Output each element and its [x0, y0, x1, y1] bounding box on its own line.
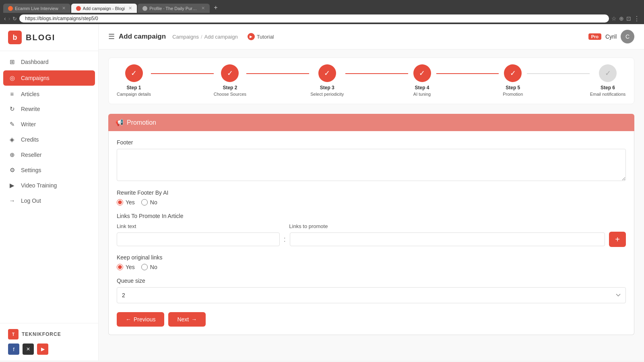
avatar[interactable]: C [621, 30, 634, 43]
footer-group: Footer [117, 139, 626, 182]
main-content: ☰ Add campaign Campaigns / Add campaign … [99, 24, 644, 360]
tab-active[interactable]: Add campaign - Blogi ✕ [71, 4, 137, 13]
links-row-headers: Link text Links to promote [117, 223, 626, 229]
rewrite-radio-group: Yes No [117, 199, 626, 206]
step-circle-3: ✓ [318, 64, 336, 82]
keep-yes-label[interactable]: Yes [117, 264, 135, 270]
colon-separator: : [284, 235, 286, 244]
keep-yes-text: Yes [126, 264, 135, 270]
step-label-3: Step 3Select periodicity [310, 84, 344, 97]
keep-radio-group: Yes No [117, 264, 626, 270]
reload-button[interactable]: ↻ [12, 16, 17, 22]
previous-button[interactable]: ← ← Previous Previous [117, 312, 164, 327]
sidebar-item-logout[interactable]: → Log Out [0, 193, 98, 208]
next-button[interactable]: Next → [168, 312, 206, 327]
address-input[interactable] [19, 14, 609, 23]
step-node-5: ✓ Step 5Promotion [499, 64, 527, 97]
add-link-button[interactable]: + [609, 232, 626, 247]
keep-no-label[interactable]: No [141, 264, 157, 270]
menu-dots-icon[interactable]: ⋮ [634, 15, 640, 23]
footer-label: Footer [117, 139, 626, 146]
promotion-section: 📢 Promotion Footer Rewrite Footer By AI [108, 114, 634, 335]
link-text-header: Link text [117, 223, 275, 229]
keep-no-radio[interactable] [141, 264, 148, 270]
tab-3-close-icon[interactable]: ✕ [201, 6, 205, 11]
sidebar-item-credits[interactable]: ◈ Credits [0, 132, 98, 147]
bookmark-icon[interactable]: ☆ [611, 15, 617, 22]
sidebar-footer: T TEKNIKFORCE f ✕ ▶ [0, 323, 98, 360]
rewrite-no-label[interactable]: No [141, 199, 157, 206]
next-arrow-icon: → [191, 316, 197, 323]
teknikforce-logo: T [8, 329, 19, 339]
sidebar-item-writer[interactable]: ✎ Writer [0, 117, 98, 132]
sidebar-item-campaigns[interactable]: ◎ Campaigns [3, 70, 95, 86]
rewrite-no-radio[interactable] [141, 199, 148, 206]
tutorial-label: Tutorial [257, 34, 274, 40]
breadcrumb-sep-1: / [201, 34, 202, 40]
extension-icon-2[interactable]: ⊡ [626, 15, 631, 22]
rewrite-yes-radio[interactable] [117, 199, 123, 206]
step-node-4: ✓ Step 4AI tuning [408, 64, 436, 97]
social-twitter[interactable]: ✕ [23, 343, 34, 355]
teknikforce-label: TEKNIKFORCE [22, 331, 61, 337]
link-text-input[interactable] [117, 232, 280, 246]
tab-active-close-icon[interactable]: ✕ [128, 6, 132, 11]
sidebar-item-dashboard[interactable]: ⊞ Dashboard [0, 54, 98, 70]
back-button[interactable]: ‹ [4, 15, 6, 22]
tab[interactable]: Ecamm Live Interview ✕ [3, 4, 70, 13]
keep-original-links-label: Keep original links [117, 254, 626, 261]
user-area: Pro Cyril C [588, 30, 634, 43]
queue-size-select[interactable]: 1 2 3 4 5 [117, 287, 626, 303]
forward-button[interactable]: › [8, 15, 10, 22]
campaigns-label: Campaigns [21, 75, 50, 81]
tab-3[interactable]: Profile · The Daily Pursuit — W... ✕ [138, 4, 210, 13]
keep-yes-radio[interactable] [117, 264, 123, 270]
links-input-row: : + [117, 232, 626, 247]
breadcrumb-campaigns[interactable]: Campaigns [172, 34, 199, 40]
sidebar-item-rewrite[interactable]: ↻ Rewrite [0, 101, 98, 117]
logo-text: BLOGI [26, 33, 55, 42]
settings-icon: ⚙ [8, 167, 16, 174]
step-label-5: Step 5Promotion [503, 84, 523, 97]
social-youtube[interactable]: ▶ [37, 343, 48, 355]
logo-icon: b [8, 31, 22, 44]
links-promote-label: Links To Promote In Article [117, 213, 626, 219]
browser-chrome: Ecamm Live Interview ✕ Add campaign - Bl… [0, 0, 644, 13]
tab-label: Ecamm Live Interview [15, 6, 58, 11]
connector-2 [246, 73, 309, 74]
sidebar: b BLOGI ⊞ Dashboard ◎ Campaigns ≡ Articl… [0, 24, 99, 360]
links-to-promote-input[interactable] [290, 232, 605, 246]
sidebar-item-settings[interactable]: ⚙ Settings [0, 162, 98, 178]
video-training-label: Video Training [21, 182, 57, 189]
social-links: f ✕ ▶ [8, 343, 90, 355]
connector-3 [345, 73, 408, 74]
logout-label: Log Out [21, 197, 41, 204]
keep-original-links-group: Keep original links Yes No [117, 254, 626, 270]
step-circle-5: ✓ [504, 64, 522, 82]
promotion-header: 📢 Promotion [108, 114, 634, 131]
new-tab-button[interactable]: + [211, 3, 221, 12]
step-label-2: Step 2Choose Sources [214, 84, 246, 97]
sidebar-item-reseller[interactable]: ⊕ Reseller [0, 147, 98, 162]
menu-hamburger-icon[interactable]: ☰ [108, 32, 115, 41]
reseller-label: Reseller [21, 152, 41, 158]
promotion-megaphone-icon: 📢 [116, 119, 124, 126]
sidebar-item-video-training[interactable]: ▶ Video Training [0, 178, 98, 193]
breadcrumb-add-campaign[interactable]: Add campaign [204, 34, 238, 40]
campaign-content: ✓ Step 1Campaign details ✓ Step 2Choose … [99, 49, 644, 343]
step-circle-4: ✓ [413, 64, 431, 82]
sidebar-nav: ⊞ Dashboard ◎ Campaigns ≡ Articles ↻ Rew… [0, 51, 98, 323]
tutorial-button[interactable]: ▶ Tutorial [248, 33, 274, 40]
social-facebook[interactable]: f [8, 343, 19, 355]
campaigns-icon: ◎ [8, 74, 16, 82]
tab-3-label: Profile · The Daily Pursuit — W... [149, 6, 198, 11]
footer-textarea[interactable] [117, 149, 626, 181]
step-node-2: ✓ Step 2Choose Sources [214, 64, 246, 97]
extension-icon-1[interactable]: ⊕ [619, 15, 624, 22]
tab-close-icon[interactable]: ✕ [62, 6, 66, 11]
dashboard-label: Dashboard [21, 59, 49, 65]
connector-1 [151, 73, 214, 74]
breadcrumb: Campaigns / Add campaign [172, 34, 238, 40]
sidebar-item-articles[interactable]: ≡ Articles [0, 86, 98, 101]
rewrite-yes-label[interactable]: Yes [117, 199, 135, 206]
